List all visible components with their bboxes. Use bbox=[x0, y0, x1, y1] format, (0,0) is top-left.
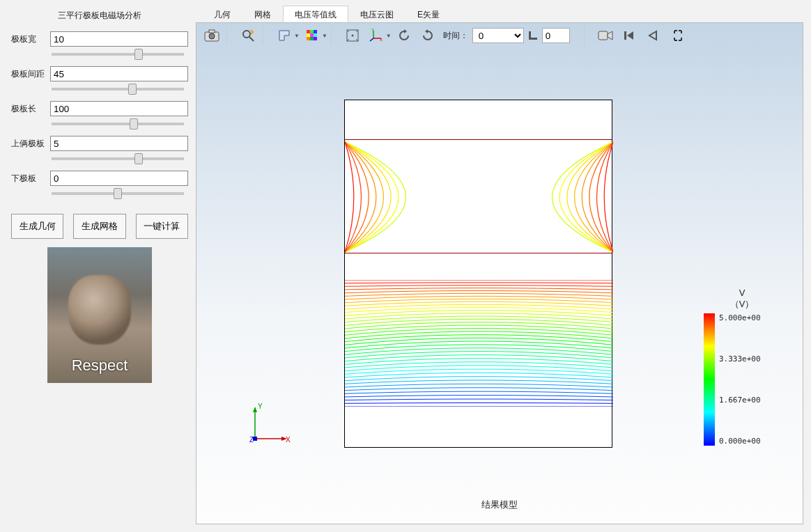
input-upper-plate-v[interactable] bbox=[50, 136, 188, 151]
viewer-panel: 几何 网格 电压等值线 电压云图 E矢量 ▼ bbox=[194, 6, 805, 526]
time-step-icon[interactable] bbox=[525, 25, 541, 46]
select-mode-icon[interactable] bbox=[273, 25, 295, 46]
input-plate-gap[interactable] bbox=[50, 66, 188, 81]
colorbar-var: V bbox=[739, 288, 746, 298]
record-icon[interactable] bbox=[594, 25, 617, 46]
color-cube-icon[interactable] bbox=[301, 25, 323, 46]
dropdown-caret-icon[interactable]: ▼ bbox=[294, 33, 300, 39]
label-plate-length: 极板长 bbox=[11, 103, 50, 115]
lower-gap-contours bbox=[345, 280, 612, 407]
svg-rect-12 bbox=[310, 37, 314, 40]
tab-voltage-contours[interactable]: 电压等值线 bbox=[283, 6, 348, 22]
slider-plate-length[interactable] bbox=[52, 123, 184, 125]
colorbar-unit: （V） bbox=[730, 299, 755, 309]
input-plate-length[interactable] bbox=[50, 101, 188, 116]
fit-view-icon[interactable] bbox=[341, 25, 364, 46]
slider-plate-width[interactable] bbox=[52, 53, 184, 56]
viewer-tabs: 几何 网格 电压等值线 电压云图 E矢量 bbox=[202, 6, 805, 22]
svg-rect-1 bbox=[209, 30, 215, 33]
model-frame bbox=[344, 100, 612, 448]
plot-zone[interactable]: Y X Z V（V） 5.000e+00 3.333e+00 1.667e+00… bbox=[205, 51, 794, 515]
tab-mesh[interactable]: 网格 bbox=[242, 6, 283, 22]
label-plate-width: 极板宽 bbox=[11, 33, 50, 45]
svg-point-15 bbox=[351, 35, 353, 37]
meme-image: Respect bbox=[11, 247, 188, 383]
svg-rect-5 bbox=[307, 30, 310, 33]
tab-geometry[interactable]: 几何 bbox=[202, 6, 242, 22]
upper-gap-contours bbox=[345, 139, 612, 253]
label-upper-plate-v: 上俩极板 bbox=[11, 138, 50, 150]
axis-y-label: Y bbox=[258, 402, 263, 410]
dropdown-caret-icon[interactable]: ▼ bbox=[322, 33, 327, 39]
colorbar-tick: 3.333e+00 bbox=[719, 354, 761, 363]
rotate-cw-icon[interactable] bbox=[417, 25, 439, 46]
expand-icon[interactable] bbox=[667, 25, 689, 46]
viewer: ▼ ▼ YX ▼ 时间： 0 bbox=[196, 22, 803, 524]
colorbar: V（V） 5.000e+00 3.333e+00 1.667e+00 0.000… bbox=[704, 288, 780, 446]
colorbar-tick: 1.667e+00 bbox=[719, 396, 761, 405]
input-lower-plate-v[interactable] bbox=[50, 171, 188, 186]
result-title: 结果模型 bbox=[205, 499, 794, 511]
compute-button[interactable]: 一键计算 bbox=[136, 214, 188, 239]
svg-rect-13 bbox=[314, 37, 317, 40]
slider-plate-gap[interactable] bbox=[52, 88, 184, 91]
colorbar-tick: 5.000e+00 bbox=[719, 313, 761, 322]
axis-z-label: Z bbox=[249, 436, 254, 444]
svg-rect-8 bbox=[307, 33, 310, 37]
svg-point-2 bbox=[209, 33, 215, 39]
input-plate-width[interactable] bbox=[50, 31, 188, 47]
svg-line-18 bbox=[370, 38, 373, 41]
svg-line-4 bbox=[249, 37, 254, 41]
svg-rect-6 bbox=[310, 30, 314, 33]
rotate-ccw-icon[interactable] bbox=[393, 25, 415, 46]
snapshot-icon[interactable] bbox=[201, 25, 223, 46]
dropdown-caret-icon[interactable]: ▼ bbox=[386, 33, 392, 39]
colorbar-gradient bbox=[704, 313, 715, 446]
label-lower-plate-v: 下极板 bbox=[11, 173, 50, 185]
svg-point-3 bbox=[243, 31, 250, 38]
slider-lower-plate-v[interactable] bbox=[52, 192, 184, 195]
slider-upper-plate-v[interactable] bbox=[52, 157, 184, 160]
svg-text:Y: Y bbox=[371, 29, 374, 32]
parameter-panel: 三平行极板电磁场分析 极板宽 极板间距 极板长 上俩极板 下极板 生成几何 bbox=[6, 6, 194, 526]
zoom-auto-icon[interactable] bbox=[237, 25, 259, 46]
time-label: 时间： bbox=[440, 30, 471, 42]
svg-rect-7 bbox=[314, 30, 317, 33]
meme-caption: Respect bbox=[72, 357, 128, 375]
svg-rect-24 bbox=[624, 31, 626, 40]
axis-x-label: X bbox=[286, 436, 291, 444]
first-frame-icon[interactable] bbox=[618, 25, 640, 46]
frame-input[interactable] bbox=[542, 28, 570, 43]
viewer-toolbar: ▼ ▼ YX ▼ 时间： 0 bbox=[196, 23, 803, 48]
generate-geometry-button[interactable]: 生成几何 bbox=[11, 214, 63, 239]
svg-rect-23 bbox=[598, 31, 608, 40]
generate-mesh-button[interactable]: 生成网格 bbox=[73, 214, 125, 239]
svg-rect-22 bbox=[529, 38, 537, 40]
label-plate-gap: 极板间距 bbox=[11, 68, 50, 80]
svg-rect-9 bbox=[310, 33, 314, 37]
svg-rect-11 bbox=[307, 37, 310, 40]
svg-rect-10 bbox=[314, 33, 317, 37]
panel-title: 三平行极板电磁场分析 bbox=[11, 6, 188, 29]
axis-triad-icon[interactable]: YX bbox=[365, 25, 387, 46]
prev-frame-icon[interactable] bbox=[642, 25, 664, 46]
tab-voltage-cloud[interactable]: 电压云图 bbox=[348, 6, 406, 22]
time-select[interactable]: 0 bbox=[472, 28, 524, 43]
svg-text:X: X bbox=[380, 38, 383, 42]
colorbar-tick: 0.000e+00 bbox=[719, 437, 761, 446]
tab-e-vector[interactable]: E矢量 bbox=[406, 6, 451, 22]
